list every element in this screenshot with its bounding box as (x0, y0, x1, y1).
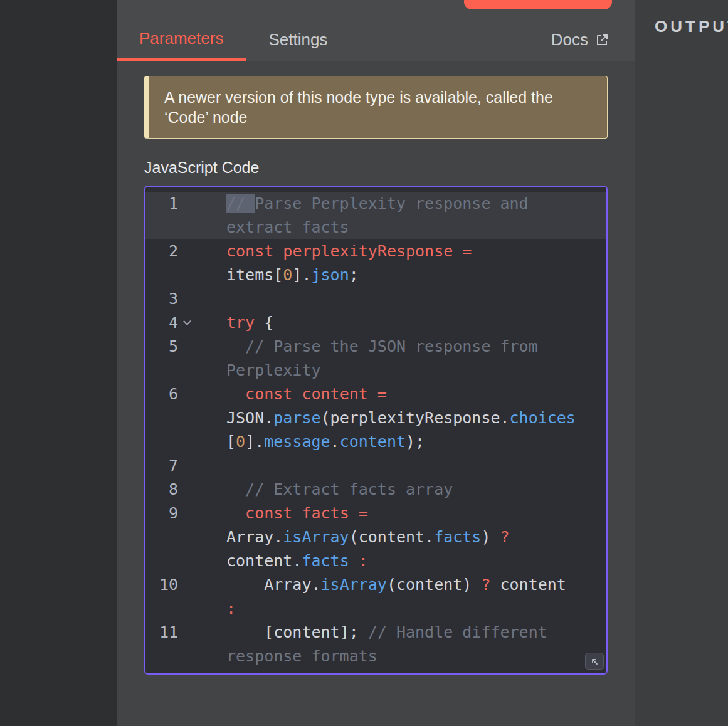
fold-spacer (178, 573, 199, 597)
code-text: [content]; // Handle different response … (199, 621, 606, 668)
resize-icon (590, 657, 599, 666)
line-number: 9 (145, 502, 178, 525)
tab-settings-label: Settings (268, 30, 327, 50)
code-text: const perplexityResponse = items[0].json… (199, 239, 606, 287)
code-line[interactable]: 5 // Parse the JSON response from Perple… (145, 335, 606, 382)
line-number: 4 (145, 311, 178, 335)
node-settings-panel: Parameters Settings Docs A newer version… (117, 0, 635, 726)
code-line[interactable]: 10 Array.isArray(content) ? content : (145, 573, 606, 621)
code-text: // Parse the JSON response from Perplexi… (199, 335, 606, 382)
code-line[interactable]: 7 (145, 454, 606, 478)
line-number: 1 (145, 192, 178, 216)
code-line[interactable]: 9 const facts = Array.isArray(content.fa… (145, 502, 606, 573)
fold-spacer (178, 287, 199, 311)
code-editor[interactable]: 1// Parse Perplexity response and extrac… (144, 186, 608, 675)
fold-spacer (178, 192, 199, 216)
fold-spacer (178, 502, 199, 525)
line-number: 3 (145, 287, 178, 311)
code-line[interactable]: 3 (145, 287, 606, 311)
code-text: Array.isArray(content) ? content : (199, 573, 606, 621)
editor-resize-handle[interactable] (585, 653, 604, 670)
code-line[interactable]: 2const perplexityResponse = items[0].jso… (145, 239, 606, 287)
code-text: // Parse Perplexity response and extract… (199, 192, 606, 239)
code-text (199, 287, 606, 311)
execute-button-edge[interactable] (464, 0, 612, 9)
tab-parameters-label: Parameters (139, 29, 223, 48)
tab-parameters[interactable]: Parameters (117, 19, 246, 61)
fold-spacer (178, 382, 199, 406)
canvas-backdrop (0, 0, 117, 726)
deprecation-warning: A newer version of this node type is ava… (144, 76, 608, 139)
external-link-icon (594, 33, 609, 48)
js-code-label: JavaScript Code (144, 159, 635, 177)
line-number: 5 (145, 335, 178, 359)
line-number: 6 (145, 382, 178, 406)
deprecation-warning-text: A newer version of this node type is ava… (164, 88, 553, 126)
code-line[interactable]: 1// Parse Perplexity response and extrac… (145, 192, 606, 239)
fold-spacer (178, 478, 199, 502)
code-text: // Extract facts array (199, 478, 606, 502)
code-text (199, 454, 606, 478)
code-lines: 1// Parse Perplexity response and extrac… (145, 192, 606, 668)
code-line[interactable]: 6 const content = JSON.parse(perplexityR… (145, 382, 606, 454)
docs-link-label: Docs (551, 30, 588, 50)
code-line[interactable]: 11 [content]; // Handle different respon… (145, 621, 606, 668)
code-line[interactable]: 8 // Extract facts array (145, 478, 606, 502)
code-text: try { (199, 311, 606, 335)
fold-chevron-icon[interactable] (178, 311, 199, 335)
fold-spacer (178, 335, 199, 359)
line-number: 7 (145, 454, 178, 478)
line-number: 11 (145, 621, 178, 644)
code-text: const facts = Array.isArray(content.fact… (199, 502, 606, 573)
code-line[interactable]: 4try { (145, 311, 606, 335)
tab-settings[interactable]: Settings (246, 19, 350, 61)
fold-spacer (178, 454, 199, 478)
line-number: 8 (145, 478, 178, 502)
line-number: 10 (145, 573, 178, 597)
line-number: 2 (145, 239, 178, 263)
docs-link[interactable]: Docs (551, 19, 609, 61)
code-text: const content = JSON.parse(perplexityRes… (199, 382, 606, 454)
output-panel: OUTPUT (635, 0, 728, 726)
output-panel-title: OUTPUT (655, 17, 728, 36)
fold-spacer (178, 239, 199, 263)
fold-spacer (178, 621, 199, 644)
